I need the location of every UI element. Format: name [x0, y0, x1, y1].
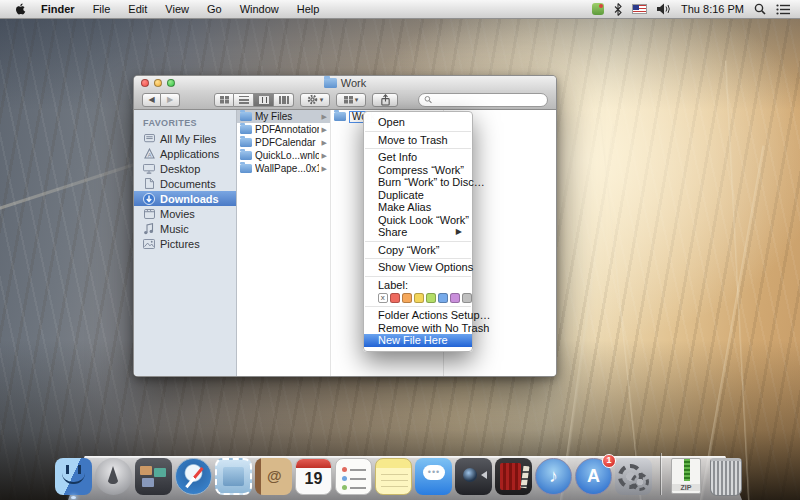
label-none-swatch[interactable]: x	[378, 293, 388, 303]
menu-item-quick-look[interactable]: Quick Look “Work”	[364, 214, 472, 227]
file-row-pdfcalendar[interactable]: PDFCalendar ▶	[237, 136, 330, 149]
dock-mail-icon[interactable]	[215, 458, 252, 495]
bluetooth-icon[interactable]	[614, 3, 622, 16]
dock-photo-booth-icon[interactable]	[495, 458, 532, 495]
folder-icon	[240, 138, 252, 147]
action-gear-button[interactable]: ▾	[300, 93, 330, 107]
sidebar-section-favorites: FAVORITES	[134, 116, 236, 131]
menu-item-get-info[interactable]: Get Info	[364, 151, 472, 164]
window-content: FAVORITES All My Files A Applications De…	[134, 110, 556, 376]
menu-item-duplicate[interactable]: Duplicate	[364, 189, 472, 202]
app-menu-extra-icon[interactable]	[592, 3, 604, 15]
share-button[interactable]	[372, 93, 398, 107]
close-button[interactable]	[141, 79, 149, 87]
file-row-wallpaper[interactable]: WallPape...0x1440 ▶	[237, 162, 330, 175]
sidebar-item-applications[interactable]: A Applications	[134, 146, 236, 161]
label-blue-swatch[interactable]	[438, 293, 448, 303]
back-button[interactable]: ◀	[142, 93, 161, 107]
view-mode-segments	[214, 93, 294, 107]
dock-contacts-icon[interactable]	[255, 458, 292, 495]
dock-itunes-icon[interactable]: ♪	[535, 458, 572, 495]
title-folder-icon	[324, 78, 337, 88]
menubar-clock[interactable]: Thu 8:16 PM	[681, 3, 744, 15]
menubar-item-edit[interactable]: Edit	[119, 0, 156, 18]
dock-messages-icon[interactable]	[415, 458, 452, 495]
dock: 19 ♪ A 1 ZIP	[0, 444, 800, 500]
menubar-item-finder[interactable]: Finder	[32, 0, 84, 18]
menu-item-remove-with-no-trash[interactable]: Remove with No Trash	[364, 322, 472, 335]
menu-item-compress[interactable]: Compress “Work”	[364, 164, 472, 177]
input-language-flag-icon[interactable]	[632, 4, 647, 14]
label-red-swatch[interactable]	[390, 293, 400, 303]
search-icon	[424, 95, 432, 104]
volume-icon[interactable]	[657, 3, 671, 15]
menu-item-new-file-here[interactable]: New File Here	[364, 334, 472, 347]
label-orange-swatch[interactable]	[402, 293, 412, 303]
column-view-button[interactable]	[254, 93, 274, 107]
label-purple-swatch[interactable]	[450, 293, 460, 303]
calendar-day: 19	[296, 470, 331, 488]
label-yellow-swatch[interactable]	[414, 293, 424, 303]
sidebar-item-all-my-files[interactable]: All My Files	[134, 131, 236, 146]
minimize-button[interactable]	[154, 79, 162, 87]
sidebar-item-label: All My Files	[160, 133, 216, 145]
column-view-icon	[259, 96, 269, 104]
sidebar-item-downloads[interactable]: Downloads	[134, 191, 236, 206]
apple-menu[interactable]	[10, 2, 32, 16]
file-row-quicklook-downloader[interactable]: QuickLo...wnloader ▶	[237, 149, 330, 162]
icon-view-button[interactable]	[214, 93, 234, 107]
file-name: WallPape...0x1440	[255, 163, 319, 174]
menu-item-show-view-options[interactable]: Show View Options	[364, 261, 472, 274]
dock-reminders-icon[interactable]	[335, 458, 372, 495]
coverflow-view-button[interactable]	[274, 93, 294, 107]
dock-finder-icon[interactable]	[55, 458, 92, 495]
menu-separator	[365, 258, 471, 259]
file-row-my-files[interactable]: My Files ▶	[237, 110, 330, 123]
menu-bar: Finder File Edit View Go Window Help Thu…	[0, 0, 800, 19]
label-green-swatch[interactable]	[426, 293, 436, 303]
dock-notes-icon[interactable]	[375, 458, 412, 495]
dock-app-store-icon[interactable]: A 1	[575, 458, 612, 495]
zoom-button[interactable]	[167, 79, 175, 87]
forward-button[interactable]: ▶	[161, 93, 180, 107]
menu-item-copy[interactable]: Copy “Work”	[364, 244, 472, 257]
dock-system-preferences-icon[interactable]	[615, 458, 652, 495]
dock-facetime-icon[interactable]	[455, 458, 492, 495]
sidebar-item-music[interactable]: Music	[134, 221, 236, 236]
pictures-icon	[143, 238, 155, 250]
menu-item-folder-actions-setup[interactable]: Folder Actions Setup…	[364, 309, 472, 322]
menu-item-make-alias[interactable]: Make Alias	[364, 201, 472, 214]
dock-zip-file-icon[interactable]: ZIP	[668, 458, 705, 495]
dock-safari-icon[interactable]	[175, 458, 212, 495]
sidebar-item-movies[interactable]: Movies	[134, 206, 236, 221]
running-indicator	[71, 496, 76, 499]
spotlight-icon[interactable]	[754, 3, 766, 15]
menubar-item-window[interactable]: Window	[231, 0, 288, 18]
sidebar-item-documents[interactable]: Documents	[134, 176, 236, 191]
menu-item-open[interactable]: Open	[364, 116, 472, 129]
window-titlebar[interactable]: Work	[134, 76, 556, 90]
file-row-pdfannotationeditor[interactable]: PDFAnnotationEditor ▶	[237, 123, 330, 136]
menu-item-share[interactable]: Share ▶	[364, 226, 472, 239]
search-input[interactable]	[435, 94, 542, 105]
sidebar-item-pictures[interactable]: Pictures	[134, 236, 236, 251]
menu-item-burn[interactable]: Burn “Work” to Disc…	[364, 176, 472, 189]
menubar-item-file[interactable]: File	[84, 0, 120, 18]
notification-center-icon[interactable]	[776, 4, 790, 15]
sidebar-item-desktop[interactable]: Desktop	[134, 161, 236, 176]
desktop-icon	[143, 163, 155, 175]
dock-calendar-icon[interactable]: 19	[295, 458, 332, 495]
grass-stalk	[725, 60, 750, 500]
label-gray-swatch[interactable]	[462, 293, 472, 303]
arrange-button[interactable]: ▾	[336, 93, 366, 107]
dock-mission-control-icon[interactable]	[135, 458, 172, 495]
menu-item-label: Share	[378, 226, 407, 239]
menubar-item-view[interactable]: View	[156, 0, 198, 18]
menubar-item-go[interactable]: Go	[198, 0, 231, 18]
menu-item-move-to-trash[interactable]: Move to Trash	[364, 134, 472, 147]
search-field[interactable]	[418, 93, 548, 107]
menubar-item-help[interactable]: Help	[288, 0, 329, 18]
list-view-button[interactable]	[234, 93, 254, 107]
dock-launchpad-icon[interactable]	[95, 458, 132, 495]
dock-trash-icon[interactable]	[708, 458, 745, 495]
